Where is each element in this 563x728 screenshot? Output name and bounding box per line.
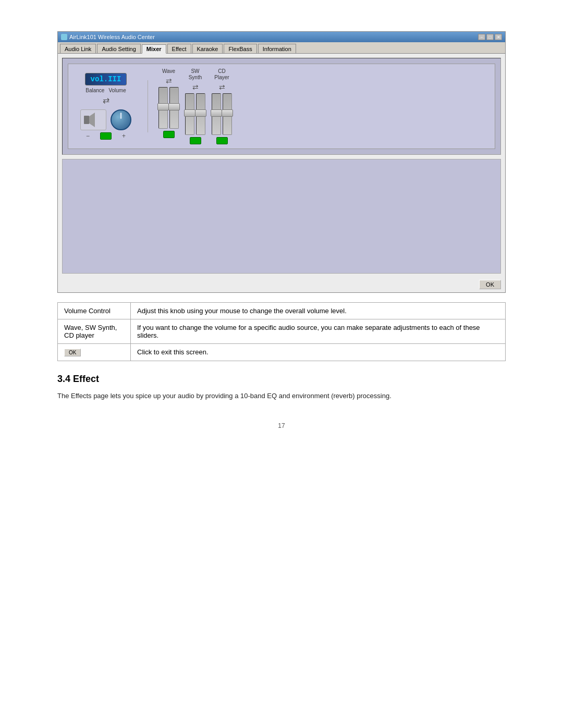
divider [148, 80, 148, 132]
app-icon [61, 34, 67, 40]
close-button[interactable]: ✕ [495, 34, 502, 40]
wave-thumb-left[interactable] [157, 103, 169, 110]
term-volume: Volume Control [58, 303, 131, 319]
ok-btn-panel: OK [58, 278, 505, 292]
table-row-channels: Wave, SW Synth,CD player If you want to … [58, 319, 506, 344]
tab-audio-setting[interactable]: Audio Setting [97, 44, 140, 53]
wave-mute-button[interactable] [163, 131, 175, 138]
window-controls: − □ ✕ [478, 34, 502, 40]
table-row-ok: OK Click to exit this screen. [58, 344, 506, 361]
cd-mute-button[interactable] [216, 137, 228, 144]
cd-pan: ⇄ [219, 83, 225, 91]
description-table: Volume Control Adjust this knob using yo… [57, 302, 506, 361]
sw-synth-channel: SW Synth ⇄ [185, 68, 205, 144]
wave-slider-left[interactable] [158, 87, 168, 129]
section-heading: 3.4 Effect [57, 374, 506, 385]
minus-plus-row: − + [86, 132, 126, 140]
ok-inline-button[interactable]: OK [64, 349, 81, 356]
tab-flexbass[interactable]: FlexBass [224, 44, 256, 53]
tab-karaoke[interactable]: Karaoke [192, 44, 223, 53]
sw-mute-button[interactable] [190, 137, 201, 144]
speaker-icon [80, 109, 106, 130]
restore-button[interactable]: □ [486, 34, 494, 40]
tab-information[interactable]: Information [258, 44, 296, 53]
sw-slider-right[interactable] [196, 93, 205, 135]
cd-thumb-right[interactable] [222, 109, 233, 117]
page-number: 17 [57, 422, 506, 429]
plus-label: + [122, 132, 126, 140]
svg-marker-1 [89, 113, 95, 127]
svg-rect-2 [84, 116, 89, 124]
application-window: AirLink101 Wireless Audio Center − □ ✕ A… [57, 31, 506, 293]
minus-label: − [86, 132, 90, 140]
tab-mixer[interactable]: Mixer [142, 44, 166, 54]
desc-channels: If you want to change the volume for a s… [131, 319, 506, 344]
balance-knob-row: ⇄ [103, 95, 109, 105]
balance-volume-labels: Balance Volume [85, 88, 126, 93]
wave-slider-right[interactable] [169, 87, 179, 129]
wave-pan: ⇄ [166, 77, 172, 85]
desc-volume: Adjust this knob using your mouse to cha… [131, 303, 506, 319]
mixer-panel: vol.III Balance Volume ⇄ [62, 58, 501, 155]
cd-slider-right[interactable] [223, 93, 232, 135]
sw-slider-left[interactable] [185, 93, 194, 135]
cd-slider-left[interactable] [212, 93, 221, 135]
volume-mute-button[interactable] [100, 132, 112, 140]
sw-pan: ⇄ [192, 83, 199, 91]
wave-channel: Wave ⇄ [158, 68, 179, 138]
sw-thumb-left[interactable] [184, 109, 195, 117]
title-bar-left: AirLink101 Wireless Audio Center [61, 34, 155, 40]
mixer-inner: vol.III Balance Volume ⇄ [68, 64, 495, 149]
volume-section: vol.III Balance Volume ⇄ [75, 73, 137, 140]
cd-player-channel: CD Player ⇄ [212, 68, 232, 144]
volume-knob[interactable] [111, 109, 131, 130]
page-content: AirLink101 Wireless Audio Center − □ ✕ A… [57, 31, 506, 429]
tab-audio-link[interactable]: Audio Link [60, 44, 96, 53]
wave-label: Wave [162, 68, 175, 75]
vol-display[interactable]: vol.III [85, 73, 127, 85]
term-channels: Wave, SW Synth,CD player [58, 319, 131, 344]
sw-thumb-right[interactable] [195, 109, 206, 117]
window-title: AirLink101 Wireless Audio Center [69, 34, 155, 40]
minimize-button[interactable]: − [478, 34, 485, 40]
balance-icon: ⇄ [103, 95, 109, 105]
table-row-volume: Volume Control Adjust this knob using yo… [58, 303, 506, 319]
ok-button[interactable]: OK [479, 280, 501, 289]
tab-effect[interactable]: Effect [167, 44, 191, 53]
cd-label: CD Player [214, 68, 229, 81]
section-body: The Effects page lets you spice up your … [57, 391, 506, 401]
tab-bar: Audio Link Audio Setting Mixer Effect Ka… [58, 42, 505, 54]
mixer-empty-area [62, 159, 501, 274]
term-ok: OK [58, 344, 131, 361]
sw-label: SW Synth [189, 68, 202, 81]
title-bar: AirLink101 Wireless Audio Center − □ ✕ [58, 32, 505, 42]
sliders-section: Wave ⇄ [158, 68, 232, 144]
wave-thumb-right[interactable] [168, 103, 180, 110]
desc-ok: Click to exit this screen. [131, 344, 506, 361]
cd-thumb-left[interactable] [211, 109, 222, 117]
